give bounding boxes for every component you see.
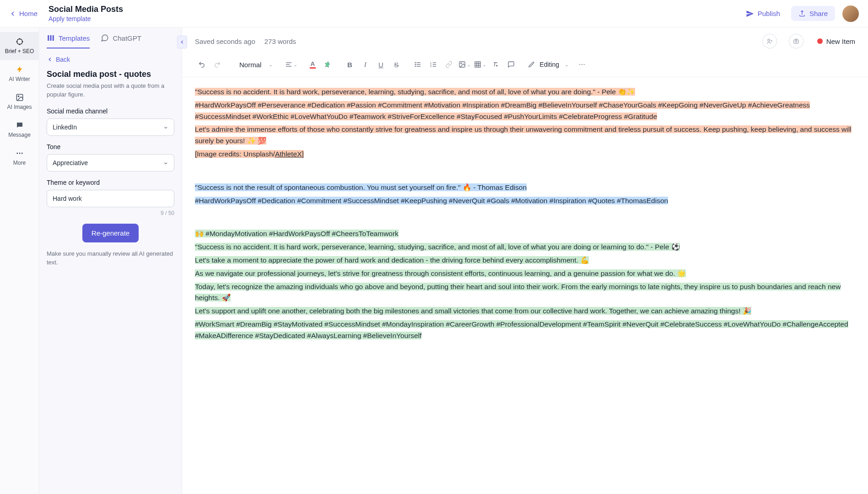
- undo-button[interactable]: [195, 58, 209, 71]
- chevron-down-icon: ⌄: [293, 62, 297, 68]
- editor-content[interactable]: "Success is no accident. It is hard work…: [182, 77, 868, 494]
- svg-point-43: [584, 64, 585, 65]
- bullet-list-button[interactable]: [411, 58, 425, 71]
- rail-item-more[interactable]: More: [0, 144, 39, 172]
- more-icon: [578, 61, 586, 68]
- more-toolbar-button[interactable]: [575, 58, 589, 71]
- clear-format-icon: [492, 61, 499, 68]
- content-paragraph: As we navigate our professional journeys…: [195, 269, 686, 277]
- share-button[interactable]: Share: [791, 6, 835, 21]
- svg-point-18: [795, 41, 797, 43]
- rail-item-brief-seo[interactable]: Brief + SEO: [0, 32, 39, 60]
- content-paragraph: Let's support and uplift one another, ce…: [195, 307, 751, 315]
- strike-button[interactable]: S: [389, 58, 403, 71]
- numbered-list-button[interactable]: 123: [426, 58, 440, 71]
- highlight-button[interactable]: [321, 58, 335, 71]
- text-color-button[interactable]: A: [306, 58, 319, 71]
- bold-icon: B: [347, 61, 352, 69]
- editor-header: Saved seconds ago 273 words New Item: [182, 27, 868, 55]
- tab-templates[interactable]: Templates: [47, 34, 90, 48]
- bold-button[interactable]: B: [343, 58, 356, 71]
- svg-point-25: [415, 62, 415, 63]
- image-credit-link[interactable]: AthleteX: [275, 150, 302, 158]
- svg-rect-13: [53, 35, 54, 41]
- chevron-down-icon: ⌄: [269, 62, 273, 68]
- svg-rect-17: [793, 40, 798, 43]
- table-button[interactable]: ⌄: [473, 58, 487, 71]
- svg-point-27: [415, 66, 415, 66]
- status-pill[interactable]: New Item: [817, 38, 855, 45]
- sidebar-body: Back Social media post - quotes Create s…: [39, 48, 182, 494]
- rail-label: Brief + SEO: [5, 48, 34, 54]
- sidebar-panel: Templates ChatGPT Back Social media post…: [39, 27, 182, 494]
- rail-label: AI Images: [7, 104, 32, 110]
- add-image-button[interactable]: [789, 34, 803, 48]
- comment-icon: [507, 61, 515, 68]
- home-label: Home: [19, 10, 38, 17]
- underline-button[interactable]: U: [374, 58, 388, 71]
- status-dot-icon: [817, 38, 823, 44]
- regenerate-button[interactable]: Re-generate: [82, 224, 139, 242]
- svg-point-14: [768, 39, 770, 41]
- tab-chatgpt-label: ChatGPT: [113, 34, 141, 42]
- channel-label: Social media channel: [47, 107, 174, 115]
- chat-icon: [101, 34, 109, 42]
- svg-point-35: [461, 63, 462, 64]
- content-paragraph: 🙌 #MondayMotivation #HardWorkPaysOff #Ch…: [195, 230, 399, 237]
- publish-button[interactable]: Publish: [739, 6, 787, 21]
- rail-label: AI Writer: [9, 76, 30, 82]
- content-paragraph: "Success is no accident. It is hard work…: [195, 243, 680, 251]
- style-select[interactable]: Normal ⌄: [232, 59, 276, 70]
- svg-point-1: [17, 39, 22, 44]
- italic-icon: I: [364, 61, 367, 69]
- theme-label: Theme or keyword: [47, 179, 174, 186]
- apply-template-link[interactable]: Apply template: [49, 15, 123, 22]
- content-paragraph: "Success is no accident. It is hard work…: [195, 88, 635, 96]
- clear-format-button[interactable]: [489, 58, 502, 71]
- svg-point-9: [19, 153, 20, 154]
- saved-status: Saved seconds ago: [195, 38, 255, 45]
- editor-toolbar: Normal ⌄ ⌄ A B I U S 123 ⌄ ⌄: [182, 55, 868, 77]
- svg-point-26: [415, 64, 415, 64]
- theme-input[interactable]: [47, 190, 174, 207]
- doc-title-wrap: Social Media Posts Apply template: [49, 5, 123, 22]
- tab-chatgpt[interactable]: ChatGPT: [101, 34, 141, 48]
- home-link[interactable]: Home: [9, 10, 38, 17]
- channel-select[interactable]: LinkedIn: [47, 118, 174, 136]
- image-icon: [16, 93, 24, 102]
- upload-icon: [798, 10, 806, 17]
- avatar[interactable]: [842, 5, 859, 22]
- chevron-down-icon: ⌄: [467, 62, 471, 68]
- link-icon: [445, 61, 453, 68]
- topbar: Home Social Media Posts Apply template P…: [0, 0, 868, 27]
- italic-button[interactable]: I: [358, 58, 372, 71]
- back-link[interactable]: Back: [47, 56, 174, 63]
- rail-item-ai-writer[interactable]: AI Writer: [0, 60, 39, 88]
- add-collaborator-button[interactable]: [762, 34, 777, 48]
- image-icon: [458, 61, 466, 68]
- rail-label: Message: [8, 132, 31, 138]
- page-title: Social Media Posts: [49, 5, 123, 14]
- svg-point-41: [579, 64, 580, 65]
- tone-select[interactable]: Appreciative: [47, 154, 174, 172]
- comment-button[interactable]: [504, 58, 518, 71]
- link-button[interactable]: [442, 58, 456, 71]
- rail-item-ai-images[interactable]: AI Images: [0, 88, 39, 116]
- image-button[interactable]: ⌄: [458, 58, 471, 71]
- review-note: Make sure you manually review all AI gen…: [47, 250, 174, 267]
- undo-icon: [198, 61, 205, 68]
- svg-point-42: [582, 64, 582, 65]
- redo-icon: [214, 61, 221, 68]
- back-label: Back: [56, 56, 70, 63]
- strike-icon: S: [394, 61, 399, 69]
- template-title: Social media post - quotes: [47, 70, 174, 79]
- sidebar-collapse-button[interactable]: [177, 36, 187, 48]
- content-paragraph: #WorkSmart #DreamBig #StayMotivated #Suc…: [195, 320, 848, 339]
- chevron-down-icon: ⌄: [482, 62, 486, 68]
- tone-label: Tone: [47, 143, 174, 150]
- redo-button[interactable]: [210, 58, 224, 71]
- align-button[interactable]: ⌄: [284, 58, 298, 71]
- rail-item-message[interactable]: Message: [0, 116, 39, 144]
- editing-mode-select[interactable]: Editing ⌄: [523, 59, 573, 70]
- chevron-left-icon: [9, 10, 16, 17]
